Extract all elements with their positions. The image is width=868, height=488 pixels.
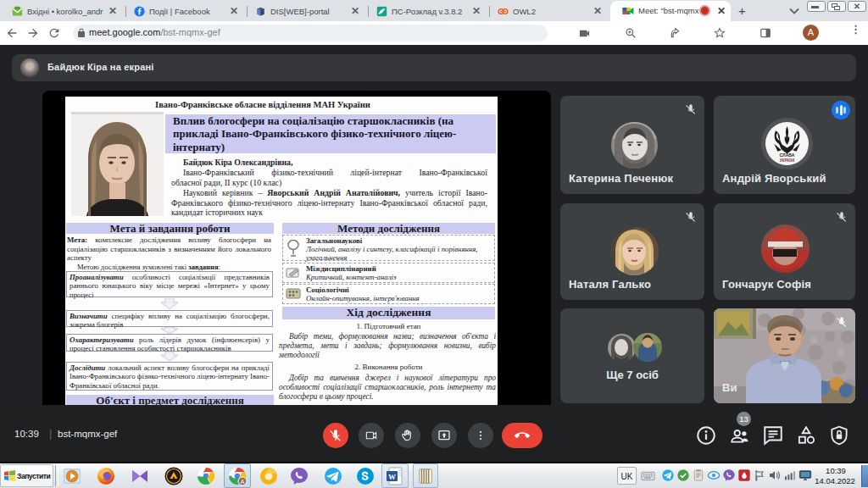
svg-text:А: А bbox=[241, 479, 245, 485]
svg-text:W: W bbox=[388, 473, 396, 481]
svg-text:СЛАВА: СЛАВА bbox=[780, 152, 795, 158]
svg-text:УКРАЇНІ: УКРАЇНІ bbox=[780, 158, 794, 163]
